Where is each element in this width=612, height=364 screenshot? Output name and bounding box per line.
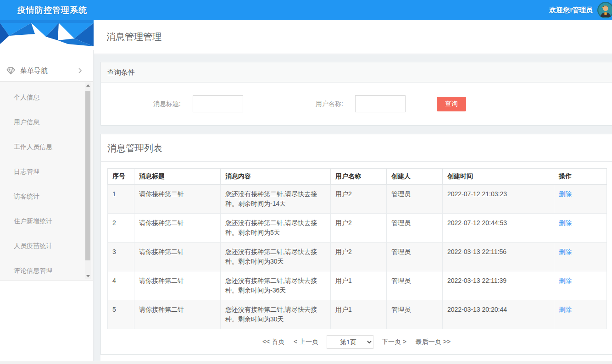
cell-creator: 管理员 [387,300,443,329]
list-panel-title: 消息管理列表 [101,134,612,162]
cell-index: 5 [108,300,134,329]
col-header-actions: 操作 [554,169,607,185]
cell-time: 2022-03-13 20:20:44 [443,300,554,329]
main-content: 消息管理管理 查询条件 消息标题: 用户名称: 查询 消息管理列表 [94,20,612,364]
cell-user: 用户2 [331,243,387,271]
user-avatar [597,2,612,18]
page-title: 消息管理管理 [94,31,161,43]
pagination: << 首页 < 上一页 第1页 下一页 > 最后一页 >> [101,329,612,354]
col-header-title: 消息标题 [134,169,221,185]
cell-content: 您还没有接种第二针,请尽快去接种。剩余时间为30天 [221,243,331,271]
table-row: 5 请你接种第二针 您还没有接种第二针,请尽快去接种。剩余时间为30天 用户1 … [108,300,607,329]
message-table: 序号 消息标题 消息内容 用户名称 创建人 创建时间 操作 1 请你接种第二针 … [107,168,607,329]
cell-user: 用户2 [331,185,387,214]
gem-icon [6,67,15,75]
query-button[interactable]: 查询 [437,97,466,111]
page-select[interactable]: 第1页 [327,335,373,349]
table-header-row: 序号 消息标题 消息内容 用户名称 创建人 创建时间 操作 [108,169,607,185]
col-header-time: 创建时间 [443,169,554,185]
nav-header-label: 菜单导航 [20,66,48,75]
scroll-up-arrow-icon[interactable] [85,83,91,88]
user-name-label: 用户名称: [316,100,343,108]
cell-content: 您还没有接种第二针,请尽快去接种。剩余时间为-36天 [221,271,331,300]
avatar-person-icon [597,2,612,18]
scrollbar-thumb[interactable] [85,91,90,260]
cell-time: 2022-03-13 22:11:56 [443,243,554,271]
delete-link[interactable]: 删除 [559,219,572,226]
sidebar-menu: 个人信息 用户信息 工作人员信息 日志管理 访客统计 住户新增统计 人员疫苗统计… [0,82,93,281]
cell-time: 2022-07-12 21:03:23 [443,185,554,214]
sidebar-item-staff-info[interactable]: 工作人员信息 [0,134,93,159]
cell-creator: 管理员 [387,185,443,214]
delete-link[interactable]: 删除 [559,277,572,284]
top-header-bar: 疫情防控管理系统 欢迎您!管理员 [0,0,612,20]
cell-title: 请你接种第二针 [134,300,221,329]
sidebar-decorative-banner [0,20,94,50]
table-row: 2 请你接种第二针 您还没有接种第二针,请尽快去接种。剩余时间为5天 用户2 管… [108,214,607,243]
col-header-content: 消息内容 [221,169,331,185]
query-panel: 查询条件 消息标题: 用户名称: 查询 [100,62,612,126]
cell-content: 您还没有接种第二针,请尽快去接种。剩余时间为5天 [221,214,331,243]
col-header-index: 序号 [108,169,134,185]
cell-title: 请你接种第二针 [134,271,221,300]
table-row: 1 请你接种第二针 您还没有接种第二针,请尽快去接种。剩余时间为-14天 用户2… [108,185,607,214]
message-list-panel: 消息管理列表 序号 消息标题 消息内容 用户名称 创建人 创建时间 操作 [100,134,612,355]
sidebar-item-comment-management[interactable]: 评论信息管理 [0,258,93,281]
query-panel-header: 查询条件 [101,62,612,83]
sidebar-item-visitor-stats[interactable]: 访客统计 [0,184,93,209]
message-title-label: 消息标题: [153,100,181,108]
cell-user: 用户2 [331,214,387,243]
sidebar-item-personal-info[interactable]: 个人信息 [0,85,93,110]
page-title-bar: 消息管理管理 [94,20,612,54]
sidebar: 菜单导航 个人信息 用户信息 工作人员信息 日志管理 访客统计 住户新增统计 人… [0,20,94,364]
cell-time: 2022-07-12 20:44:53 [443,214,554,243]
scroll-down-arrow-icon[interactable] [85,273,91,279]
header-right: 欢迎您!管理员 [549,2,612,18]
sidebar-item-log-management[interactable]: 日志管理 [0,159,93,184]
delete-link[interactable]: 删除 [559,248,572,255]
col-header-creator: 创建人 [387,169,443,185]
sidebar-item-vaccine-stats[interactable]: 人员疫苗统计 [0,233,93,258]
table-row: 4 请你接种第二针 您还没有接种第二针,请尽快去接种。剩余时间为-36天 用户1… [108,271,607,300]
cell-index: 2 [108,214,134,243]
cell-creator: 管理员 [387,243,443,271]
delete-link[interactable]: 删除 [559,306,572,313]
sidebar-item-resident-stats[interactable]: 住户新增统计 [0,209,93,233]
table-row: 3 请你接种第二针 您还没有接种第二针,请尽快去接种。剩余时间为30天 用户2 … [108,243,607,271]
cell-user: 用户1 [331,300,387,329]
pagination-prev[interactable]: < 上一页 [294,338,318,345]
cell-index: 3 [108,243,134,271]
sidebar-item-user-info[interactable]: 用户信息 [0,110,93,134]
cell-creator: 管理员 [387,214,443,243]
pagination-last[interactable]: 最后一页 >> [416,338,451,345]
query-form: 消息标题: 用户名称: 查询 [101,83,612,125]
pagination-next[interactable]: 下一页 > [382,338,406,345]
user-name-input[interactable] [355,95,406,112]
cell-time: 2022-03-13 22:11:39 [443,271,554,300]
cell-content: 您还没有接种第二针,请尽快去接种。剩余时间为-14天 [221,185,331,214]
chevron-right-icon [78,67,82,74]
sidebar-nav-header[interactable]: 菜单导航 [0,60,93,82]
cell-index: 1 [108,185,134,214]
pagination-first[interactable]: << 首页 [262,338,284,345]
message-title-input[interactable] [193,95,243,112]
cell-user: 用户1 [331,271,387,300]
horizontal-scrollbar[interactable] [0,361,612,364]
content-area: 查询条件 消息标题: 用户名称: 查询 消息管理列表 序号 [94,62,612,364]
sidebar-scrollbar[interactable] [85,83,91,279]
cell-content: 您还没有接种第二针,请尽快去接种。剩余时间为30天 [221,300,331,329]
welcome-text: 欢迎您!管理员 [549,6,593,15]
cell-title: 请你接种第二针 [134,185,221,214]
cell-index: 4 [108,271,134,300]
cell-title: 请你接种第二针 [134,214,221,243]
cell-creator: 管理员 [387,271,443,300]
app-title: 疫情防控管理系统 [17,5,87,16]
col-header-user: 用户名称 [331,169,387,185]
cell-title: 请你接种第二针 [134,243,221,271]
delete-link[interactable]: 删除 [559,190,572,198]
